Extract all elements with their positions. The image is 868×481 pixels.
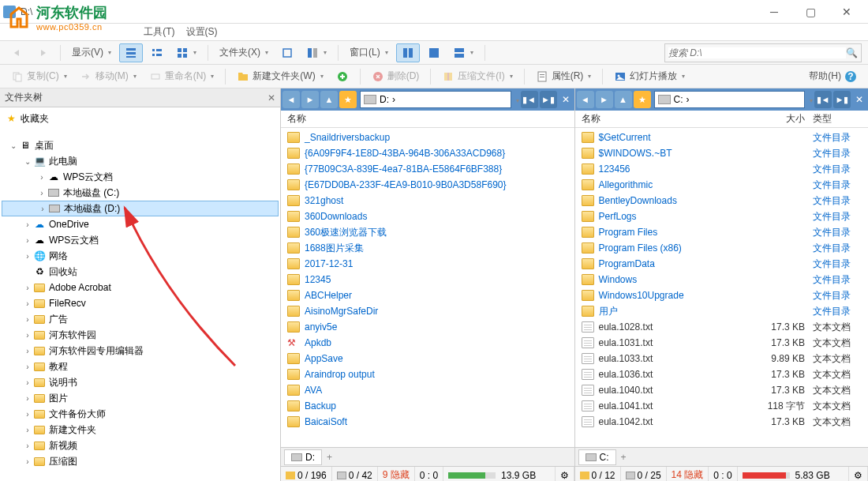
settings-icon[interactable]: ⚙	[556, 467, 574, 481]
file-row[interactable]: PerfLogs文件目录	[575, 209, 869, 224]
tab-c[interactable]: C:	[578, 449, 616, 465]
delete-button[interactable]: 删除(D)	[367, 67, 425, 86]
rename-button[interactable]: 重命名(N)	[144, 67, 219, 86]
file-row[interactable]: {6A09F9F4-1E8D-43BA-964B-306A33ACD968}	[281, 145, 574, 161]
file-list-left[interactable]: _Snaildriversbackup{6A09F9F4-1E8D-43BA-9…	[281, 128, 574, 447]
file-row[interactable]: 12345	[281, 272, 574, 287]
tree-item[interactable]: ›FileRecv	[2, 295, 279, 311]
folder-menu[interactable]: 文件夹(X)	[215, 43, 273, 62]
nav-up-button[interactable]: ▲	[320, 91, 338, 108]
file-list-right[interactable]: $GetCurrent文件目录$WINDOWS.~BT文件目录123456文件目…	[575, 128, 869, 447]
file-row[interactable]: 123456文件目录	[575, 161, 869, 177]
menu-tools[interactable]: 工具(T)	[144, 25, 174, 39]
col-name[interactable]: 名称	[582, 112, 758, 126]
file-row[interactable]: eula.1042.txt17.3 KB文本文档	[575, 414, 869, 430]
tree-item[interactable]: ›文件备份大师	[2, 406, 279, 422]
minimize-button[interactable]: ─	[756, 0, 792, 24]
compress-button[interactable]: 压缩文件(I)	[437, 67, 517, 86]
search-icon[interactable]: 🔍	[846, 47, 858, 58]
tree-item[interactable]: ›河东软件园专用编辑器	[2, 343, 279, 359]
search-input[interactable]	[668, 47, 846, 58]
maximize-button[interactable]: ▢	[792, 0, 829, 24]
tree-item[interactable]: ›新视频	[2, 438, 279, 453]
file-row[interactable]: $GetCurrent文件目录	[575, 130, 869, 145]
nav-up-button[interactable]: ▲	[615, 91, 632, 108]
tree-item[interactable]: ♻回收站	[2, 264, 279, 280]
close-button[interactable]: ✕	[829, 0, 865, 24]
file-row[interactable]: ProgramData文件目录	[575, 256, 869, 272]
file-row[interactable]: AVA	[281, 382, 574, 398]
crumb-drop[interactable]	[808, 94, 813, 105]
file-row[interactable]: eula.1028.txt17.3 KB文本文档	[575, 319, 869, 335]
nav-fwd-button[interactable]: ►	[596, 91, 613, 108]
col-size[interactable]: 大小	[758, 112, 805, 126]
file-row[interactable]: eula.1041.txt118 字节文本文档	[575, 398, 869, 414]
nav-prev-button[interactable]: ▮◄	[521, 91, 538, 108]
new-folder-button[interactable]: 新建文件夹(W)	[232, 67, 327, 86]
file-row[interactable]: anyiv5e	[281, 319, 574, 335]
tree-item[interactable]: ›☁WPS云文档	[2, 169, 279, 185]
folder-opt2-button[interactable]	[301, 43, 331, 62]
file-row[interactable]: eula.1040.txt17.3 KB文本文档	[575, 382, 869, 398]
favorites-row[interactable]: ★ 收藏夹	[2, 111, 279, 126]
nav-next-button[interactable]: ►▮	[540, 91, 557, 108]
file-row[interactable]: 2017-12-31	[281, 256, 574, 272]
file-row[interactable]: Program Files文件目录	[575, 224, 869, 240]
tree-close-icon[interactable]: ✕	[268, 92, 275, 103]
tree-item[interactable]: ›Adobe Acrobat	[2, 280, 279, 295]
layout-more-button[interactable]	[448, 43, 478, 62]
file-row[interactable]: 321ghost	[281, 193, 574, 209]
new-plus-button[interactable]	[331, 67, 354, 86]
slideshow-button[interactable]: 幻灯片播放	[609, 67, 690, 86]
layout-single-button[interactable]	[423, 43, 445, 62]
tree-item[interactable]: ›说明书	[2, 374, 279, 390]
tree-item[interactable]: ›本地磁盘 (D:)	[2, 201, 279, 216]
file-row[interactable]: {77B09C3A-839E-4ea7-81BA-E5864F6BF388}	[281, 161, 574, 177]
tree-item[interactable]: ›本地磁盘 (C:)	[2, 185, 279, 201]
tree-item[interactable]: ›新建文件夹	[2, 422, 279, 438]
file-row[interactable]: eula.1033.txt9.89 KB文本文档	[575, 351, 869, 366]
tree-item[interactable]: ›☁OneDrive	[2, 216, 279, 232]
breadcrumb-right[interactable]: C:›	[654, 91, 806, 108]
col-type[interactable]: 类型	[805, 112, 868, 126]
file-row[interactable]: eula.1036.txt17.3 KB文本文档	[575, 366, 869, 382]
folder-opt1-button[interactable]	[276, 43, 298, 62]
file-row[interactable]: {E67DD0BA-233F-4EA9-B010-9B0A3D58F690}	[281, 177, 574, 193]
file-row[interactable]: 用户文件目录	[575, 303, 869, 319]
file-row[interactable]: Backup	[281, 398, 574, 414]
crumb-drop[interactable]	[514, 94, 519, 105]
copy-button[interactable]: 复制(C)	[6, 67, 72, 86]
view-details-button[interactable]	[119, 43, 143, 62]
view-more-button[interactable]	[171, 43, 201, 62]
file-row[interactable]: AppSave	[281, 351, 574, 366]
file-row[interactable]: Windows文件目录	[575, 272, 869, 287]
file-row[interactable]: eula.1031.txt17.3 KB文本文档	[575, 335, 869, 351]
file-row[interactable]: Windows10Upgrade文件目录	[575, 287, 869, 303]
breadcrumb-left[interactable]: D:›	[360, 91, 511, 108]
column-headers-right[interactable]: 名称 大小 类型	[575, 111, 869, 128]
col-name[interactable]: 名称	[287, 112, 574, 126]
nav-next-button[interactable]: ►▮	[833, 91, 851, 108]
tree-item[interactable]: ⌄💻此电脑	[2, 153, 279, 169]
file-row[interactable]: 360Downloads	[281, 209, 574, 224]
tree-item[interactable]: ›压缩图	[2, 453, 279, 469]
tree-item[interactable]: ›河东软件园	[2, 327, 279, 343]
undo-button[interactable]	[6, 43, 28, 62]
tree-item[interactable]: ›广告	[2, 311, 279, 327]
column-headers-left[interactable]: 名称	[281, 111, 574, 128]
nav-close-button[interactable]: ✕	[559, 94, 573, 105]
tree-item[interactable]: ›图片	[2, 390, 279, 406]
file-row[interactable]: BaicaiSoft	[281, 414, 574, 430]
file-row[interactable]: 360极速浏览器下载	[281, 224, 574, 240]
nav-back-button[interactable]: ◄	[577, 91, 594, 108]
nav-fav-button[interactable]: ★	[634, 91, 651, 108]
file-row[interactable]: ⚒Apkdb	[281, 335, 574, 351]
search-box[interactable]: 🔍	[664, 43, 862, 62]
menu-settings[interactable]: 设置(S)	[186, 25, 218, 39]
tree-item[interactable]: ›教程	[2, 359, 279, 374]
file-row[interactable]: 1688图片采集	[281, 240, 574, 256]
help-button[interactable]: 帮助(H) ?	[804, 67, 862, 86]
file-row[interactable]: _Snaildriversbackup	[281, 130, 574, 145]
tab-d[interactable]: D:	[284, 449, 322, 465]
nav-back-button[interactable]: ◄	[282, 91, 300, 108]
